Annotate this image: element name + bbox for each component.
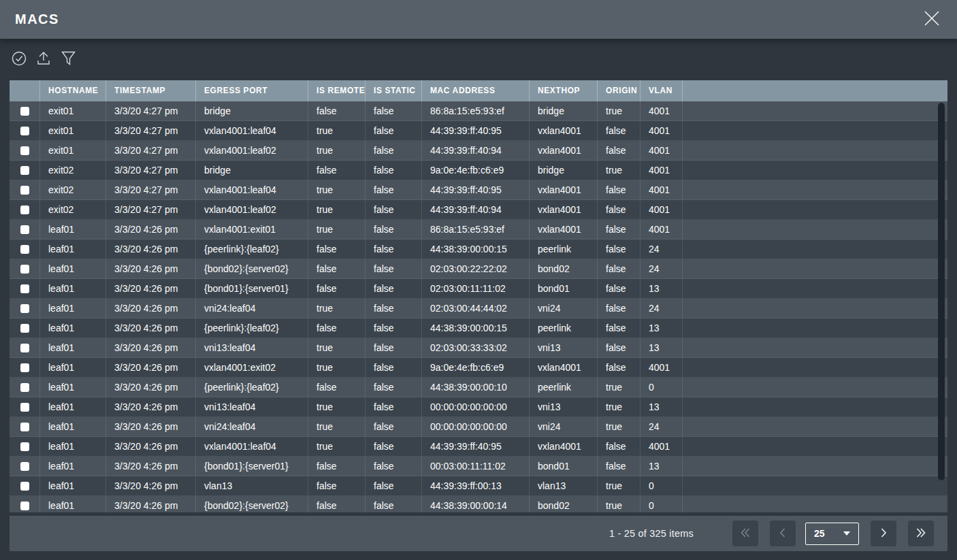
row-checkbox[interactable] — [20, 245, 29, 254]
cell-vlan: 4001 — [640, 358, 683, 378]
header-cell-is-static[interactable]: IS STATIC — [366, 80, 422, 101]
row-checkbox[interactable] — [20, 324, 29, 333]
row-checkbox[interactable] — [20, 501, 29, 510]
row-checkbox-cell — [10, 101, 40, 121]
row-checkbox[interactable] — [20, 442, 29, 451]
cell-timestamp: 3/3/20 4:27 pm — [106, 161, 196, 180]
table-row: exit023/3/20 4:27 pmvxlan4001:leaf04true… — [10, 180, 947, 200]
cell-egress-port: vni24:leaf04 — [196, 417, 308, 437]
upload-icon — [37, 51, 50, 69]
cell-is-static: false — [366, 279, 422, 299]
previous-page-button[interactable] — [770, 521, 796, 546]
cell-nexthop: bridge — [530, 101, 598, 121]
cell-nexthop: vxlan4001 — [530, 220, 598, 240]
cell-is-remote: false — [308, 161, 366, 180]
cell-hostname: leaf01 — [40, 240, 106, 259]
cell-timestamp: 3/3/20 4:26 pm — [106, 397, 196, 417]
row-checkbox[interactable] — [20, 284, 29, 293]
header-cell-hostname[interactable]: HOSTNAME — [40, 80, 106, 101]
row-checkbox[interactable] — [20, 166, 29, 175]
table-row: leaf013/3/20 4:26 pmvni13:leaf04truefals… — [10, 397, 947, 417]
header-cell-egress-port[interactable]: EGRESS PORT — [196, 80, 308, 101]
cell-is-remote: true — [308, 141, 366, 161]
table-row: leaf013/3/20 4:26 pm{peerlink}:{leaf02}f… — [10, 318, 947, 338]
row-checkbox-cell — [10, 220, 40, 240]
cell-egress-port: vni13:leaf04 — [196, 338, 308, 358]
cell-egress-port: vni13:leaf04 — [196, 397, 308, 417]
cell-egress-port: {peerlink}:{leaf02} — [196, 240, 308, 259]
cell-vlan: 13 — [640, 318, 683, 338]
row-checkbox[interactable] — [20, 363, 29, 372]
row-checkbox[interactable] — [20, 423, 29, 431]
row-checkbox[interactable] — [20, 403, 29, 412]
cell-nexthop: vxlan4001 — [530, 180, 598, 200]
header-cell-origin[interactable]: ORIGIN — [598, 80, 640, 101]
cell-is-remote: false — [308, 476, 366, 496]
table-row: leaf013/3/20 4:26 pmvxlan4001:exit01true… — [10, 220, 947, 240]
header-cell-timestamp[interactable]: TIMESTAMP — [106, 80, 196, 101]
cell-mac-address: 02:03:00:44:44:02 — [422, 299, 530, 318]
cell-is-static: false — [366, 240, 422, 259]
row-checkbox[interactable] — [20, 265, 29, 274]
row-checkbox[interactable] — [20, 205, 29, 214]
first-page-button[interactable] — [732, 521, 758, 546]
cell-vlan: 24 — [640, 299, 683, 318]
header-cell-nexthop[interactable]: NEXTHOP — [530, 80, 598, 101]
cell-filler — [683, 220, 947, 240]
cell-hostname: leaf01 — [40, 476, 106, 496]
check-circle-icon — [12, 51, 27, 69]
header-cell-mac-address[interactable]: MAC ADDRESS — [422, 80, 530, 101]
export-button[interactable] — [35, 52, 52, 68]
row-checkbox[interactable] — [20, 107, 29, 116]
cell-timestamp: 3/3/20 4:27 pm — [106, 180, 196, 200]
cell-is-static: false — [366, 101, 422, 121]
cell-nexthop: vxlan4001 — [530, 358, 598, 378]
cell-nexthop: vxlan4001 — [530, 121, 598, 141]
row-checkbox[interactable] — [20, 146, 29, 155]
page-size-select[interactable]: 25 — [805, 523, 859, 545]
close-button[interactable] — [922, 10, 942, 30]
table-row: leaf013/3/20 4:26 pmvni13:leaf04truefals… — [10, 338, 947, 358]
row-checkbox[interactable] — [20, 344, 29, 352]
table-row: leaf013/3/20 4:26 pmvxlan4001:exit02true… — [10, 358, 947, 378]
cell-mac-address: 44:39:39:ff:40:95 — [422, 180, 530, 200]
cell-hostname: leaf01 — [40, 457, 106, 476]
filter-button[interactable] — [60, 52, 76, 68]
header-cell-vlan[interactable]: VLAN — [640, 80, 683, 101]
next-page-button[interactable] — [871, 521, 896, 546]
vertical-scrollbar[interactable] — [938, 103, 945, 480]
select-all-button[interactable] — [11, 52, 27, 68]
table-row: leaf013/3/20 4:26 pm{bond01}:{server01}f… — [10, 279, 947, 299]
cell-is-remote: true — [308, 358, 366, 378]
row-checkbox[interactable] — [20, 383, 29, 392]
row-checkbox-cell — [10, 180, 40, 200]
cell-hostname: leaf01 — [40, 338, 106, 358]
row-checkbox[interactable] — [20, 462, 29, 471]
row-checkbox[interactable] — [20, 304, 29, 313]
cell-mac-address: 44:39:39:ff:40:94 — [422, 141, 530, 161]
row-checkbox[interactable] — [20, 186, 29, 195]
row-checkbox[interactable] — [20, 127, 29, 135]
cell-is-static: false — [366, 437, 422, 457]
cell-timestamp: 3/3/20 4:26 pm — [106, 358, 196, 378]
cell-hostname: leaf01 — [40, 318, 106, 338]
cell-origin: false — [598, 457, 640, 476]
cell-nexthop: vni13 — [530, 397, 598, 417]
header-cell-is-remote[interactable]: IS REMOTE — [308, 80, 366, 101]
cell-is-static: false — [366, 220, 422, 240]
cell-origin: false — [598, 437, 640, 457]
table-row: leaf013/3/20 4:26 pm{bond02}:{server02}f… — [10, 496, 947, 512]
row-checkbox[interactable] — [20, 482, 29, 491]
cell-egress-port: bridge — [196, 161, 308, 180]
cell-timestamp: 3/3/20 4:26 pm — [106, 220, 196, 240]
row-checkbox-cell — [10, 141, 40, 161]
grid-toolbar — [0, 39, 957, 80]
row-checkbox[interactable] — [20, 225, 29, 234]
cell-filler — [683, 121, 947, 141]
last-page-button[interactable] — [908, 521, 934, 546]
cell-vlan: 24 — [640, 240, 683, 259]
row-checkbox-cell — [10, 240, 40, 259]
table-row: exit013/3/20 4:27 pmvxlan4001:leaf04true… — [10, 121, 947, 141]
page-size-value: 25 — [814, 528, 825, 539]
last-page-icon — [915, 527, 926, 540]
